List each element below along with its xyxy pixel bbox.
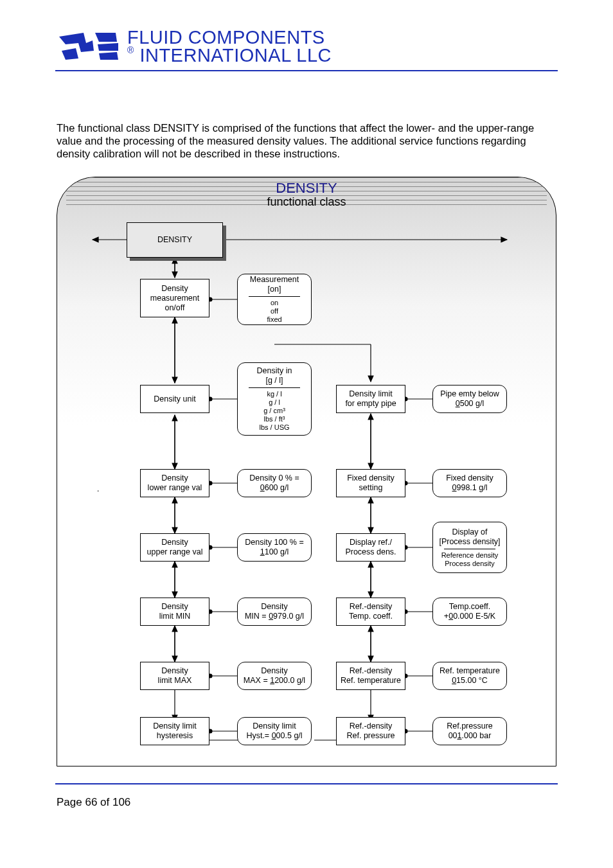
lbl: Fixed density — [446, 474, 493, 483]
lbl: upper range val — [147, 547, 203, 557]
rbox-density-max: Density MAX = 1200.0 g/l — [237, 662, 312, 690]
box-density-lrv: Density lower range val — [140, 469, 209, 497]
box-density-urv: Density upper range val — [140, 533, 209, 562]
opt: lbs / USG — [259, 423, 289, 432]
lbl: [Process density] — [439, 537, 500, 547]
lbl: for empty pipe — [345, 399, 396, 409]
lbl: Pipe emty below — [440, 389, 499, 399]
lbl: Density in — [257, 366, 292, 376]
density-top-label: DENSITY — [157, 235, 192, 245]
lbl: Density — [161, 602, 188, 612]
lbl: Temp.coeff. — [449, 602, 490, 612]
lbl: Density — [161, 474, 188, 483]
box-ref-temp-coeff: Ref.-density Temp. coeff. — [336, 598, 405, 626]
lbl: Density — [161, 538, 188, 547]
lbl: Density limit — [153, 722, 196, 731]
lbl: setting — [359, 483, 383, 493]
opt: fixed — [267, 315, 281, 324]
lbl: Density — [261, 666, 288, 676]
box-density-limit-min: Density limit MIN — [140, 598, 209, 626]
val-ul: 0 — [272, 731, 276, 740]
opt: lbs / ft³ — [263, 415, 285, 423]
box-display-ref: Display ref./ Process dens. — [336, 533, 405, 562]
page-header: FLUID COMPONENTS ® INTERNATIONAL LLC — [0, 0, 613, 65]
val: .000 bar — [461, 731, 491, 740]
lbl: Display of — [452, 527, 488, 537]
lbl: Density 100 % = — [245, 538, 303, 547]
val: MIN = — [245, 612, 269, 621]
fci-logo-icon — [59, 31, 123, 61]
lbl: Ref.-density — [350, 666, 393, 676]
rbox-temp-coeff: Temp.coeff. +00.000 E-5/K — [432, 598, 507, 626]
lbl: on/off — [164, 303, 184, 313]
lbl: Density 0 % = — [249, 474, 299, 483]
rbox-density-100: Density 100 % = 1100 g/l — [237, 533, 312, 562]
density-top-box: DENSITY — [127, 222, 223, 258]
box-density-unit: Density unit — [140, 385, 209, 413]
footer-rule — [55, 783, 558, 784]
density-diagram: DENSITY functional class — [57, 177, 556, 766]
lbl: Density — [261, 602, 288, 612]
lbl: Ref.-density — [350, 602, 393, 612]
val-ul: 0 — [456, 399, 460, 408]
val: MAX = — [244, 676, 270, 685]
company-logo: FLUID COMPONENTS ® INTERNATIONAL LLC — [59, 28, 613, 65]
lbl: Density unit — [154, 394, 195, 404]
val: 100 g/l — [265, 547, 289, 556]
lbl: limit MAX — [158, 676, 192, 686]
svg-marker-3 — [98, 43, 118, 51]
box-ref-temperature: Ref.-density Ref. temperature — [336, 662, 405, 690]
lbl: Density — [161, 284, 188, 294]
lbl: Temp. coeff. — [349, 612, 393, 621]
opt: g / l — [269, 398, 280, 407]
box-ref-pressure: Ref.-density Ref. pressure — [336, 717, 405, 745]
rbox-density-0: Density 0 % = 0600 g/l — [237, 469, 312, 497]
val: 15.00 °C — [456, 676, 488, 685]
registered-icon: ® — [127, 45, 134, 55]
box-density-measurement: Density measurement on/off — [140, 279, 209, 317]
opt: Process density — [445, 560, 495, 568]
page-number: Page 66 of 106 — [57, 796, 130, 808]
lbl: Display ref./ — [350, 538, 392, 547]
svg-marker-4 — [99, 52, 118, 60]
rbox-fixed-density-val: Fixed density 0998.1 g/l — [432, 469, 507, 497]
lbl: Density limit — [349, 389, 392, 399]
stray-dot: . — [97, 484, 99, 493]
header-rule — [55, 70, 558, 71]
logo-text: FLUID COMPONENTS ® INTERNATIONAL LLC — [127, 28, 332, 65]
logo-line2: INTERNATIONAL LLC — [139, 45, 332, 66]
val: 500 g/l — [460, 399, 484, 408]
svg-marker-0 — [59, 33, 94, 52]
lbl: [g / l] — [265, 376, 283, 385]
lbl: Ref. pressure — [346, 731, 395, 741]
box-fixed-density: Fixed density setting — [336, 469, 405, 497]
rbox-ref-pressure: Ref.pressure 001.000 bar — [432, 717, 507, 745]
val-ul: 1 — [260, 547, 265, 556]
svg-marker-1 — [62, 48, 78, 60]
lbl: Ref. temperature — [440, 666, 500, 676]
lbl: Measurement — [250, 275, 299, 285]
rbox-ref-temperature: Ref. temperature 015.00 °C — [432, 662, 507, 690]
box-density-limit-hyst: Density limit hysteresis — [140, 717, 209, 745]
lbl: Process dens. — [345, 547, 396, 557]
rbox-density-hyst: Density limit Hyst.= 000.5 g/l — [237, 717, 312, 745]
lbl: measurement — [150, 294, 199, 303]
lbl: lower range val — [148, 483, 202, 493]
rbox-display-of: Display of [Process density] Reference d… — [432, 522, 507, 573]
opt: g / cm³ — [263, 407, 285, 415]
lbl: hysteresis — [157, 731, 193, 741]
val: Hyst.= — [246, 731, 271, 740]
opt: Reference density — [441, 551, 499, 560]
val: 200.0 g/l — [274, 676, 305, 685]
logo-line1: FLUID COMPONENTS — [127, 28, 332, 46]
val: 0.000 E-5/K — [453, 612, 495, 621]
val: 998.1 g/l — [456, 483, 487, 492]
lbl: Density — [161, 666, 188, 676]
opt: on — [271, 299, 278, 307]
lbl: Density limit — [253, 722, 296, 731]
rbox-density-min: Density MIN = 0979.0 g/l — [237, 598, 312, 626]
opt: kg / l — [267, 390, 281, 398]
page-footer: Page 66 of 106 — [57, 796, 556, 809]
box-empty-pipe-limit: Density limit for empty pipe — [336, 385, 405, 413]
val: 00 — [449, 731, 458, 740]
